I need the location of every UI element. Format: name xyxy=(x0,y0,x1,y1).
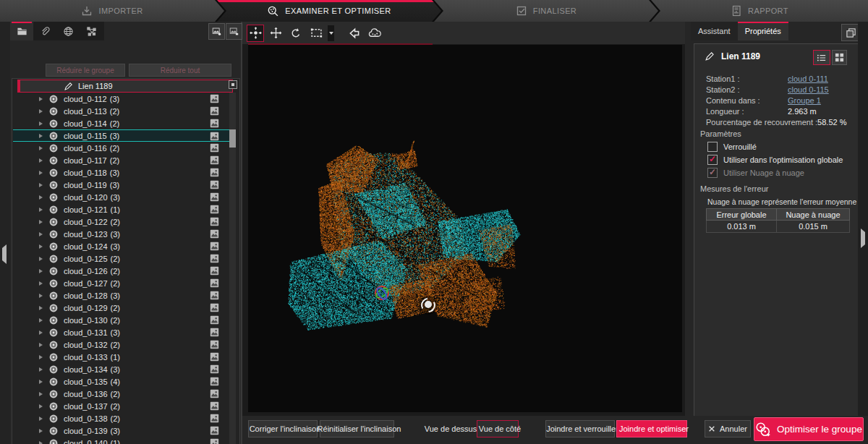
workflow-step-finalize[interactable]: FINALISER xyxy=(434,0,658,22)
image-thumbnail-icon[interactable] xyxy=(210,426,219,435)
tree-row[interactable]: cloud_0-123 (3) xyxy=(13,228,235,240)
tree-row[interactable]: cloud_0-118 (3) xyxy=(13,166,235,179)
expand-caret-icon[interactable] xyxy=(39,171,43,175)
image-thumbnail-icon[interactable] xyxy=(210,192,219,202)
expand-caret-icon[interactable] xyxy=(39,281,43,286)
image-thumbnail-icon[interactable] xyxy=(210,155,219,165)
expand-caret-icon[interactable] xyxy=(39,380,43,384)
select-dropdown-caret[interactable] xyxy=(328,25,334,41)
expand-caret-icon[interactable] xyxy=(39,121,43,126)
tree-row[interactable]: cloud_0-138 (2) xyxy=(13,412,235,424)
collapse-group-button[interactable]: Réduire le groupe xyxy=(46,64,125,77)
image-thumbnail-icon[interactable] xyxy=(210,229,219,239)
expand-caret-icon[interactable] xyxy=(39,97,43,101)
image-thumbnail-icon[interactable] xyxy=(210,180,219,189)
expand-caret-icon[interactable] xyxy=(39,134,43,138)
join-lock-button[interactable]: Joindre et verrouiller xyxy=(545,420,615,437)
tab-station-network[interactable] xyxy=(80,22,103,40)
rect-select-tool-button[interactable] xyxy=(307,25,325,42)
property-value[interactable]: Groupe 1 xyxy=(788,96,821,105)
selected-link-row[interactable]: Lien 1189 xyxy=(17,80,233,93)
collapse-row-icon[interactable] xyxy=(229,80,237,89)
expand-caret-icon[interactable] xyxy=(39,355,43,359)
expand-caret-icon[interactable] xyxy=(39,232,43,236)
image-thumbnail-icon[interactable] xyxy=(210,106,219,116)
checkbox[interactable] xyxy=(707,155,718,165)
tree-row[interactable]: cloud_0-131 (3) xyxy=(13,326,235,338)
tree-row[interactable]: cloud_0-135 (4) xyxy=(13,375,235,388)
expand-caret-icon[interactable] xyxy=(39,109,43,114)
tree-row[interactable]: cloud_0-122 (2) xyxy=(13,215,235,228)
list-view-button[interactable] xyxy=(813,50,830,65)
tree-row[interactable]: cloud_0-128 (3) xyxy=(13,289,235,302)
collapse-panel-button[interactable] xyxy=(861,232,865,245)
tree-row[interactable]: cloud_0-140 (1) xyxy=(13,437,235,444)
image-thumbnail-icon[interactable] xyxy=(210,377,219,386)
tree-row[interactable]: cloud_0-126 (2) xyxy=(13,265,235,277)
show-images-toggle-icon[interactable] xyxy=(208,23,225,40)
collapse-all-button[interactable]: Réduire tout xyxy=(129,64,231,77)
image-thumbnail-icon[interactable] xyxy=(210,266,219,276)
property-value[interactable]: cloud 0-115 xyxy=(788,85,829,94)
hide-images-toggle-icon[interactable] xyxy=(226,23,242,40)
image-thumbnail-icon[interactable] xyxy=(210,414,219,423)
grid-view-button[interactable] xyxy=(832,50,847,65)
expand-caret-icon[interactable] xyxy=(39,158,43,163)
expand-caret-icon[interactable] xyxy=(39,269,43,273)
image-thumbnail-icon[interactable] xyxy=(210,291,219,300)
optimize-group-button[interactable]: Optimiser le groupe xyxy=(754,417,864,441)
cancel-button[interactable]: Annuler xyxy=(705,420,751,437)
orbit-tool-button[interactable] xyxy=(247,25,264,42)
tree-row[interactable]: cloud_0-120 (3) xyxy=(13,191,235,203)
tab-links[interactable] xyxy=(33,22,56,40)
tree-scrollbar-thumb[interactable] xyxy=(229,129,236,148)
image-thumbnail-icon[interactable] xyxy=(210,328,219,337)
image-thumbnail-icon[interactable] xyxy=(210,205,219,214)
expand-caret-icon[interactable] xyxy=(39,441,43,444)
correct-tilt-button[interactable]: Corriger l'inclinaison xyxy=(248,420,318,437)
expand-caret-icon[interactable] xyxy=(39,367,43,372)
collapse-sidebar-button[interactable] xyxy=(2,248,7,261)
reset-tilt-button[interactable]: Réinitialiser l'inclinaison xyxy=(320,420,394,437)
image-thumbnail-icon[interactable] xyxy=(210,143,219,153)
image-thumbnail-icon[interactable] xyxy=(210,278,219,288)
tree-row[interactable]: cloud_0-124 (3) xyxy=(13,240,235,252)
expand-caret-icon[interactable] xyxy=(39,404,43,409)
image-thumbnail-icon[interactable] xyxy=(210,401,219,411)
image-thumbnail-icon[interactable] xyxy=(210,438,219,444)
workflow-step-report[interactable]: RAPPORT xyxy=(651,0,868,22)
point-cloud-tool-button[interactable] xyxy=(366,25,383,42)
image-thumbnail-icon[interactable] xyxy=(210,254,219,263)
tree-row[interactable]: cloud_0-137 (2) xyxy=(13,400,235,412)
expand-caret-icon[interactable] xyxy=(39,244,43,249)
image-thumbnail-icon[interactable] xyxy=(210,352,219,362)
back-tool-button[interactable] xyxy=(346,25,363,42)
top-view-button[interactable]: Vue de dessus xyxy=(422,420,475,437)
tab-georeference[interactable] xyxy=(56,22,80,40)
join-optimize-button[interactable]: Joindre et optimiser xyxy=(616,420,687,437)
tab-assistant[interactable]: Assistant xyxy=(691,22,738,40)
tree-row[interactable]: cloud_0-139 (3) xyxy=(13,424,235,437)
expand-caret-icon[interactable] xyxy=(39,318,43,323)
tree-row[interactable]: cloud_0-134 (3) xyxy=(13,363,235,375)
expand-caret-icon[interactable] xyxy=(39,183,43,187)
tree-row[interactable]: cloud_0-115 (3) xyxy=(13,129,235,142)
image-thumbnail-icon[interactable] xyxy=(210,119,219,128)
image-thumbnail-icon[interactable] xyxy=(210,242,219,251)
tree-row[interactable]: cloud_0-116 (2) xyxy=(13,142,235,154)
tree-scrollbar[interactable] xyxy=(229,93,236,444)
tab-project-tree[interactable] xyxy=(10,22,33,40)
image-thumbnail-icon[interactable] xyxy=(210,315,219,325)
tree-row[interactable]: cloud_0-121 (1) xyxy=(13,203,235,215)
image-thumbnail-icon[interactable] xyxy=(210,364,219,374)
image-thumbnail-icon[interactable] xyxy=(210,168,219,177)
tab-properties[interactable]: Propriétés xyxy=(738,22,788,40)
point-cloud-canvas[interactable] xyxy=(248,45,682,412)
tree-row[interactable]: cloud_0-127 (2) xyxy=(13,277,235,289)
image-thumbnail-icon[interactable] xyxy=(210,340,219,349)
tree-row[interactable]: cloud_0-112 (3) xyxy=(13,93,235,105)
rotate-tool-button[interactable] xyxy=(287,25,305,42)
expand-caret-icon[interactable] xyxy=(39,195,43,200)
expand-caret-icon[interactable] xyxy=(39,146,43,150)
expand-caret-icon[interactable] xyxy=(39,294,43,298)
